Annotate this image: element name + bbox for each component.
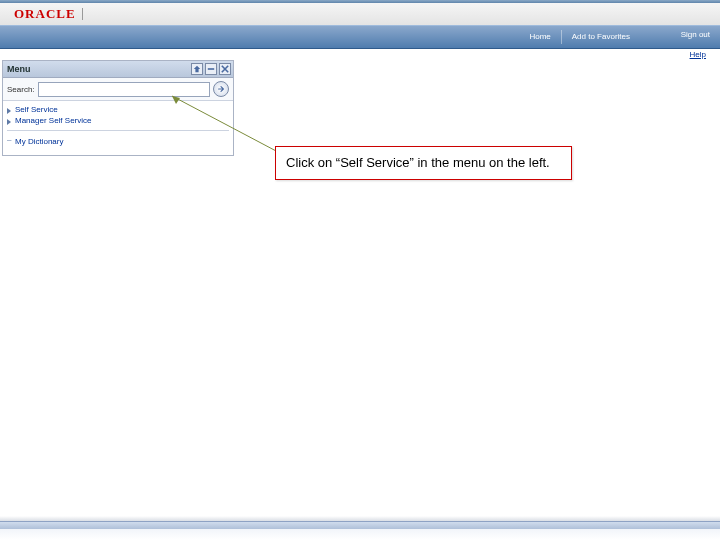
- instruction-text: Click on “Self Service” in the menu on t…: [286, 155, 561, 171]
- menu-search-go-icon[interactable]: [213, 81, 229, 97]
- logo-divider: [82, 8, 83, 20]
- nav-link-signout[interactable]: Sign out: [681, 30, 710, 39]
- menu-list: Self Service Manager Self Service My Dic…: [3, 101, 233, 155]
- menu-header-controls: [191, 63, 231, 75]
- menu-header: Menu: [3, 61, 233, 78]
- menu-minimize-icon[interactable]: [205, 63, 217, 75]
- sidebar-item-my-dictionary[interactable]: My Dictionary: [7, 135, 229, 150]
- brand-bar: ORACLE: [0, 3, 720, 26]
- nav-link-favorites[interactable]: Add to Favorites: [561, 30, 640, 44]
- instruction-callout: Click on “Self Service” in the menu on t…: [275, 146, 572, 180]
- nav-links: Home Add to Favorites: [519, 26, 640, 48]
- bottom-bar: [0, 521, 720, 540]
- oracle-logo: ORACLE: [14, 6, 76, 22]
- sidebar-item-self-service[interactable]: Self Service: [7, 104, 229, 115]
- nav-bar: Home Add to Favorites Sign out: [0, 25, 720, 49]
- sidebar-item-manager-self-service[interactable]: Manager Self Service: [7, 115, 229, 126]
- menu-search-input[interactable]: [38, 82, 210, 97]
- svg-rect-0: [208, 68, 214, 70]
- nav-link-home[interactable]: Home: [519, 30, 560, 44]
- menu-pagelet: Menu Search: Self Service Manag: [2, 60, 234, 156]
- menu-close-icon[interactable]: [219, 63, 231, 75]
- menu-search-label: Search:: [7, 85, 35, 94]
- menu-search-row: Search:: [3, 78, 233, 101]
- menu-home-icon[interactable]: [191, 63, 203, 75]
- menu-separator: [7, 130, 229, 131]
- help-link[interactable]: Help: [690, 50, 706, 59]
- menu-title: Menu: [7, 64, 31, 74]
